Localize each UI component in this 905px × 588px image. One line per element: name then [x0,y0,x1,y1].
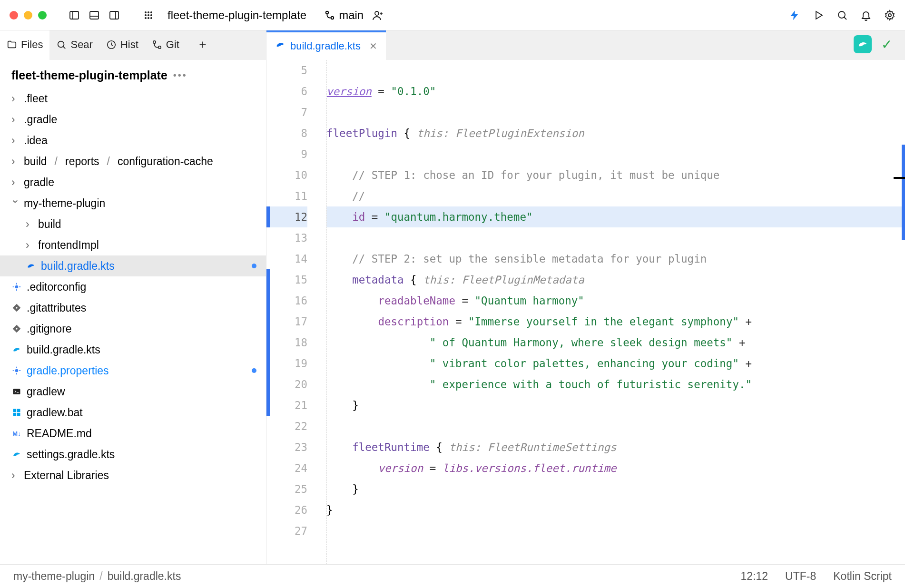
tree-file-gitattributes[interactable]: .gitattributes [0,297,266,318]
svg-point-8 [150,11,152,13]
tab-add[interactable] [186,30,219,60]
config-icon [11,282,22,292]
tree-folder-build[interactable]: ›build [0,214,266,235]
inspection-ok-badge[interactable]: ✓ [877,35,895,53]
gradle-icon [11,344,22,355]
tree-file-settings-gradle-kts[interactable]: settings.gradle.kts [0,444,266,465]
gradle-icon [11,449,22,460]
tree-folder-fleet[interactable]: ›.fleet [0,88,266,109]
tree-file-build-gradle-kts-inner[interactable]: build.gradle.kts [0,255,266,276]
editor-badges: ✓ [854,35,895,53]
svg-point-32 [16,328,17,329]
svg-point-10 [148,14,149,16]
notifications-icon[interactable] [860,10,872,21]
search-icon[interactable] [836,10,848,21]
svg-point-7 [148,11,149,13]
close-tab-icon[interactable]: ✕ [369,40,377,52]
search-icon [56,39,67,50]
tab-git[interactable]: Git [145,30,186,60]
tree-folder-idea[interactable]: ›.idea [0,130,266,151]
apps-grid-icon[interactable] [143,10,154,21]
modified-indicator [252,368,256,373]
add-user-icon[interactable] [372,10,384,21]
svg-point-13 [148,17,149,19]
terminal-icon [11,386,22,397]
tab-search[interactable]: Sear [49,30,99,60]
tree-folder-frontendimpl[interactable]: ›frontendImpl [0,235,266,255]
tree-folder-gradle[interactable]: ›gradle [0,172,266,193]
branch-selector[interactable]: main [325,9,364,22]
svg-rect-35 [13,409,17,412]
svg-point-6 [145,11,147,13]
svg-point-9 [145,14,147,16]
panel-left-icon[interactable] [69,10,80,21]
git-file-icon [11,323,22,334]
caret-marker [894,177,905,179]
windows-icon [11,407,22,418]
svg-point-23 [58,41,64,47]
editor-tab-build-gradle-kts[interactable]: build.gradle.kts ✕ [266,30,386,60]
tree-file-gradle-properties[interactable]: gradle.properties [0,360,266,381]
branch-icon [325,10,335,20]
maximize-window[interactable] [38,11,47,20]
tree-external-libraries[interactable]: ›External Libraries [0,465,266,486]
plus-icon [197,39,208,50]
branch-name: main [339,9,364,22]
svg-rect-38 [17,413,20,416]
gradle-icon [275,39,285,53]
tree-file-editorconfig[interactable]: .editorconfig [0,276,266,297]
tab-files[interactable]: Files [0,30,49,60]
tree-file-build-gradle-kts[interactable]: build.gradle.kts [0,339,266,360]
tab-label: build.gradle.kts [290,40,361,52]
file-language[interactable]: Kotlin Script [833,570,892,583]
panel-bottom-icon[interactable] [89,10,100,21]
project-name[interactable]: fleet-theme-plugin-template [167,9,306,22]
svg-rect-34 [13,389,20,394]
modified-indicator [252,264,256,268]
breadcrumb-file[interactable]: build.gradle.kts [108,570,181,583]
project-header[interactable]: fleet-theme-plugin-template ••• [0,60,266,88]
tree-file-gradlew-bat[interactable]: gradlew.bat [0,402,266,423]
markdown-icon: M↓ [11,428,22,439]
gradle-icon [26,261,36,271]
tree-folder-gradle-dot[interactable]: ›.gradle [0,109,266,130]
svg-rect-37 [13,413,17,416]
editor-tabs: build.gradle.kts ✕ [266,30,905,60]
minimize-window[interactable] [24,11,32,20]
breadcrumb-folder[interactable]: my-theme-plugin [13,570,95,583]
svg-point-27 [158,46,161,49]
settings-icon[interactable] [884,10,895,21]
svg-point-22 [888,14,891,17]
tree-file-gitignore[interactable]: .gitignore [0,318,266,339]
svg-point-26 [153,40,156,43]
svg-rect-36 [17,409,20,412]
gradle-sync-badge[interactable] [854,35,872,53]
gutter: 5 6 7 8 9 10 11 12 13 14 15 16 17 18 19 … [266,60,319,564]
sidebar: Files Sear Hist Git fleet-theme-plugin-t… [0,30,266,564]
tree-file-gradlew[interactable]: gradlew [0,381,266,402]
editor-area: build.gradle.kts ✕ 5 6 7 8 9 10 11 12 13 [266,30,905,564]
ai-bolt-icon[interactable] [789,10,800,21]
svg-line-24 [63,46,66,49]
tree-folder-build-reports[interactable]: ›build/reports/configuration-cache [0,151,266,172]
more-icon[interactable]: ••• [173,70,187,81]
encoding[interactable]: UTF-8 [785,570,816,583]
panel-right-icon[interactable] [108,10,120,21]
code-editor[interactable]: 5 6 7 8 9 10 11 12 13 14 15 16 17 18 19 … [266,60,905,564]
tab-history[interactable]: Hist [99,30,145,60]
svg-rect-4 [110,11,118,19]
project-root-name: fleet-theme-plugin-template [11,69,167,82]
svg-point-15 [326,11,329,14]
svg-point-30 [15,285,19,289]
svg-line-21 [844,17,846,20]
titlebar: fleet-theme-plugin-template main [0,0,905,30]
close-window[interactable] [10,11,18,20]
properties-icon [11,365,22,376]
tree-file-readme[interactable]: M↓README.md [0,423,266,444]
tree-folder-my-theme-plugin[interactable]: ›my-theme-plugin [0,193,266,214]
run-icon[interactable] [813,10,824,21]
svg-point-14 [150,17,152,19]
git-file-icon [11,303,22,313]
code-content[interactable]: version = "0.1.0" fleetPlugin { this: Fl… [319,60,905,564]
cursor-position[interactable]: 12:12 [741,570,768,583]
